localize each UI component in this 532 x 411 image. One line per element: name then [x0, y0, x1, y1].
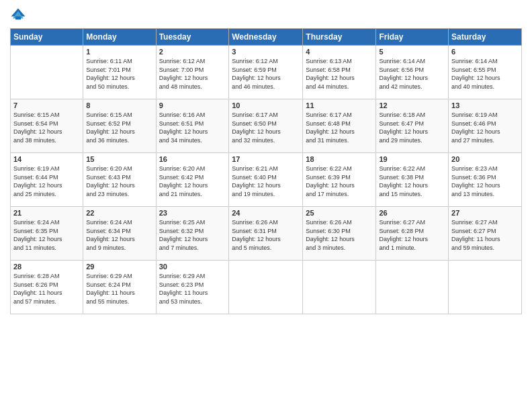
calendar-cell: 9Sunrise: 6:16 AMSunset: 6:51 PMDaylight… — [156, 99, 229, 153]
calendar-cell — [303, 261, 376, 314]
day-number: 2 — [159, 48, 226, 56]
day-number: 29 — [86, 263, 152, 271]
calendar-cell: 3Sunrise: 6:12 AMSunset: 6:59 PMDaylight… — [229, 46, 303, 99]
day-number: 10 — [232, 101, 300, 109]
calendar-cell: 2Sunrise: 6:12 AMSunset: 7:00 PMDaylight… — [156, 46, 229, 99]
calendar-cell: 21Sunrise: 6:24 AMSunset: 6:35 PMDayligh… — [11, 207, 83, 261]
day-info: Sunrise: 6:23 AMSunset: 6:36 PMDaylight:… — [451, 165, 519, 198]
day-number: 13 — [451, 101, 519, 109]
calendar-cell: 18Sunrise: 6:22 AMSunset: 6:39 PMDayligh… — [303, 153, 376, 207]
day-number: 12 — [379, 101, 445, 109]
day-info: Sunrise: 6:12 AMSunset: 7:00 PMDaylight:… — [159, 57, 226, 91]
calendar-cell — [449, 261, 522, 314]
calendar-cell: 19Sunrise: 6:22 AMSunset: 6:38 PMDayligh… — [376, 153, 449, 207]
calendar-cell — [229, 261, 303, 314]
day-number: 3 — [232, 48, 300, 56]
day-number: 24 — [232, 209, 300, 217]
day-info: Sunrise: 6:25 AMSunset: 6:32 PMDaylight:… — [159, 218, 226, 252]
day-info: Sunrise: 6:21 AMSunset: 6:40 PMDaylight:… — [232, 165, 300, 198]
day-info: Sunrise: 6:22 AMSunset: 6:38 PMDaylight:… — [379, 165, 445, 198]
calendar-cell: 15Sunrise: 6:20 AMSunset: 6:43 PMDayligh… — [83, 153, 156, 207]
calendar-cell: 7Sunrise: 6:15 AMSunset: 6:54 PMDaylight… — [11, 99, 83, 153]
calendar-cell: 26Sunrise: 6:27 AMSunset: 6:28 PMDayligh… — [376, 207, 449, 261]
calendar-cell: 6Sunrise: 6:14 AMSunset: 6:55 PMDaylight… — [449, 46, 522, 99]
calendar-cell: 25Sunrise: 6:26 AMSunset: 6:30 PMDayligh… — [303, 207, 376, 261]
calendar-cell: 28Sunrise: 6:28 AMSunset: 6:26 PMDayligh… — [11, 261, 83, 314]
day-info: Sunrise: 6:24 AMSunset: 6:35 PMDaylight:… — [13, 218, 80, 252]
weekday-header-monday: Monday — [83, 29, 156, 46]
weekday-header-friday: Friday — [376, 29, 449, 46]
day-info: Sunrise: 6:14 AMSunset: 6:55 PMDaylight:… — [451, 57, 519, 91]
day-number: 28 — [13, 263, 80, 271]
day-info: Sunrise: 6:16 AMSunset: 6:51 PMDaylight:… — [159, 111, 226, 144]
calendar-cell: 1Sunrise: 6:11 AMSunset: 7:01 PMDaylight… — [83, 46, 156, 99]
calendar-cell — [376, 261, 449, 314]
day-number: 20 — [451, 155, 519, 163]
day-number: 25 — [306, 209, 373, 217]
day-number: 22 — [86, 209, 152, 217]
weekday-header-thursday: Thursday — [303, 29, 376, 46]
day-info: Sunrise: 6:29 AMSunset: 6:23 PMDaylight:… — [159, 272, 226, 306]
day-number: 9 — [159, 101, 226, 109]
day-info: Sunrise: 6:17 AMSunset: 6:50 PMDaylight:… — [232, 111, 300, 144]
calendar-cell: 12Sunrise: 6:18 AMSunset: 6:47 PMDayligh… — [376, 99, 449, 153]
day-number: 17 — [232, 155, 300, 163]
calendar-cell: 22Sunrise: 6:24 AMSunset: 6:34 PMDayligh… — [83, 207, 156, 261]
day-info: Sunrise: 6:11 AMSunset: 7:01 PMDaylight:… — [86, 57, 152, 91]
day-number: 16 — [159, 155, 226, 163]
day-info: Sunrise: 6:13 AMSunset: 6:58 PMDaylight:… — [306, 57, 373, 91]
day-info: Sunrise: 6:19 AMSunset: 6:44 PMDaylight:… — [13, 165, 80, 198]
calendar-week-3: 14Sunrise: 6:19 AMSunset: 6:44 PMDayligh… — [11, 153, 522, 207]
day-number: 15 — [86, 155, 152, 163]
day-info: Sunrise: 6:28 AMSunset: 6:26 PMDaylight:… — [13, 272, 80, 306]
page-header — [10, 7, 522, 23]
day-number: 5 — [379, 48, 445, 56]
calendar-cell: 11Sunrise: 6:17 AMSunset: 6:48 PMDayligh… — [303, 99, 376, 153]
calendar-cell: 27Sunrise: 6:27 AMSunset: 6:27 PMDayligh… — [449, 207, 522, 261]
weekday-header-saturday: Saturday — [449, 29, 522, 46]
logo-icon — [10, 7, 26, 23]
calendar-cell: 24Sunrise: 6:26 AMSunset: 6:31 PMDayligh… — [229, 207, 303, 261]
day-number: 18 — [306, 155, 373, 163]
calendar-cell: 30Sunrise: 6:29 AMSunset: 6:23 PMDayligh… — [156, 261, 229, 314]
day-number: 6 — [451, 48, 519, 56]
calendar-cell: 10Sunrise: 6:17 AMSunset: 6:50 PMDayligh… — [229, 99, 303, 153]
weekday-header-tuesday: Tuesday — [156, 29, 229, 46]
day-info: Sunrise: 6:20 AMSunset: 6:43 PMDaylight:… — [86, 165, 152, 198]
day-info: Sunrise: 6:17 AMSunset: 6:48 PMDaylight:… — [306, 111, 373, 144]
day-number: 23 — [159, 209, 226, 217]
weekday-header-sunday: Sunday — [11, 29, 83, 46]
day-number: 7 — [13, 101, 80, 109]
calendar-week-1: 1Sunrise: 6:11 AMSunset: 7:01 PMDaylight… — [11, 46, 522, 99]
calendar-cell: 14Sunrise: 6:19 AMSunset: 6:44 PMDayligh… — [11, 153, 83, 207]
calendar-week-2: 7Sunrise: 6:15 AMSunset: 6:54 PMDaylight… — [11, 99, 522, 153]
day-number: 27 — [451, 209, 519, 217]
calendar-cell: 17Sunrise: 6:21 AMSunset: 6:40 PMDayligh… — [229, 153, 303, 207]
day-number: 8 — [86, 101, 152, 109]
calendar-cell: 8Sunrise: 6:15 AMSunset: 6:52 PMDaylight… — [83, 99, 156, 153]
day-number: 21 — [13, 209, 80, 217]
day-info: Sunrise: 6:27 AMSunset: 6:27 PMDaylight:… — [451, 218, 519, 252]
calendar-cell: 29Sunrise: 6:29 AMSunset: 6:24 PMDayligh… — [83, 261, 156, 314]
day-number: 30 — [159, 263, 226, 271]
day-number: 14 — [13, 155, 80, 163]
day-number: 11 — [306, 101, 373, 109]
calendar-cell: 4Sunrise: 6:13 AMSunset: 6:58 PMDaylight… — [303, 46, 376, 99]
logo — [10, 7, 29, 23]
day-number: 4 — [306, 48, 373, 56]
calendar-week-5: 28Sunrise: 6:28 AMSunset: 6:26 PMDayligh… — [11, 261, 522, 314]
calendar-cell: 16Sunrise: 6:20 AMSunset: 6:42 PMDayligh… — [156, 153, 229, 207]
svg-rect-2 — [15, 16, 21, 19]
day-info: Sunrise: 6:15 AMSunset: 6:52 PMDaylight:… — [86, 111, 152, 144]
day-info: Sunrise: 6:18 AMSunset: 6:47 PMDaylight:… — [379, 111, 445, 144]
calendar-cell: 13Sunrise: 6:19 AMSunset: 6:46 PMDayligh… — [449, 99, 522, 153]
calendar: SundayMondayTuesdayWednesdayThursdayFrid… — [10, 28, 522, 314]
calendar-cell: 20Sunrise: 6:23 AMSunset: 6:36 PMDayligh… — [449, 153, 522, 207]
day-info: Sunrise: 6:29 AMSunset: 6:24 PMDaylight:… — [86, 272, 152, 306]
day-number: 26 — [379, 209, 445, 217]
day-number: 1 — [86, 48, 152, 56]
weekday-header-wednesday: Wednesday — [229, 29, 303, 46]
calendar-cell: 23Sunrise: 6:25 AMSunset: 6:32 PMDayligh… — [156, 207, 229, 261]
day-number: 19 — [379, 155, 445, 163]
day-info: Sunrise: 6:22 AMSunset: 6:39 PMDaylight:… — [306, 165, 373, 198]
